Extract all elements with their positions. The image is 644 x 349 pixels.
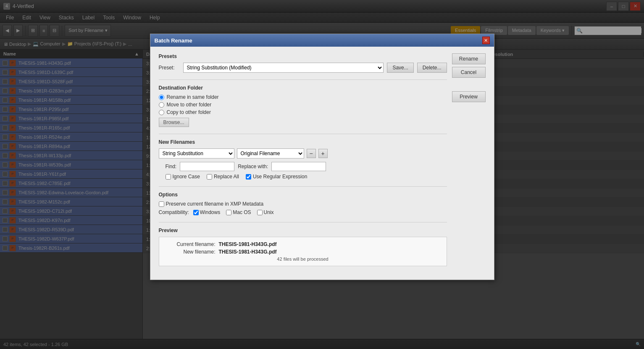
options-section: Options Preserve current filename in XMP…	[159, 192, 447, 215]
radio-copy-folder[interactable]: Copy to other folder	[159, 109, 447, 115]
compat-row: Compatibility: Windows Mac OS	[159, 209, 447, 215]
divider-4	[159, 222, 447, 222]
process-count: 42 files will be processed	[165, 256, 441, 262]
destination-radio-group: Rename in same folder Move to other fold…	[159, 94, 447, 115]
new-filename-label: New filename:	[165, 249, 216, 255]
dialog-overlay: Batch Rename ✕ Presets Preset: String Su…	[0, 0, 644, 349]
preset-row: Preset: String Substitution (Modified) S…	[159, 63, 447, 73]
dialog-title: Batch Rename	[155, 37, 192, 44]
compat-label: Compatibility:	[159, 209, 189, 215]
filename-type-row: String Substitution Sequence Number Date…	[159, 148, 447, 159]
filename-source-select[interactable]: Original Filename Current Filename	[237, 148, 304, 159]
use-regex-checkbox[interactable]: Use Regular Expression	[246, 174, 307, 180]
add-rule-button[interactable]: +	[318, 149, 328, 158]
radio-same-folder[interactable]: Rename in same folder	[159, 94, 447, 100]
browse-button[interactable]: Browse...	[159, 118, 189, 127]
divider-1	[159, 79, 447, 80]
new-filename-value: THESIS-1981-H343G.pdf	[219, 249, 277, 255]
radio-move-folder[interactable]: Move to other folder	[159, 102, 447, 108]
checkbox-row: Ignore Case Replace All Use Regular Expr…	[159, 174, 447, 180]
save-preset-button[interactable]: Save...	[387, 63, 413, 73]
delete-preset-button[interactable]: Delete...	[417, 63, 447, 73]
ignore-case-checkbox[interactable]: Ignore Case	[166, 174, 200, 180]
destination-folder-title: Destination Folder	[159, 85, 447, 91]
current-filename-label: Current filename:	[165, 241, 216, 247]
presets-title: Presets	[159, 53, 447, 59]
options-title: Options	[159, 192, 447, 198]
presets-section: Presets Preset: String Substitution (Mod…	[159, 53, 447, 73]
preset-select[interactable]: String Substitution (Modified)	[183, 63, 384, 73]
new-filenames-section: New Filenames String Substitution Sequen…	[159, 139, 447, 180]
current-filename-value: THESIS-1981-H343G.pdf	[219, 241, 277, 247]
rename-button[interactable]: Rename	[452, 53, 486, 64]
dialog-close-button[interactable]: ✕	[482, 37, 490, 44]
new-filenames-title: New Filenames	[159, 139, 447, 145]
preview-title: Preview	[159, 227, 447, 233]
batch-rename-dialog: Batch Rename ✕ Presets Preset: String Su…	[150, 34, 494, 280]
dialog-body: Presets Preset: String Substitution (Mod…	[150, 47, 494, 280]
preserve-checkbox[interactable]: Preserve current filename in XMP Metadat…	[159, 201, 264, 207]
new-filename-row: New filename: THESIS-1981-H343G.pdf	[165, 249, 441, 255]
preview-button[interactable]: Preview	[452, 91, 486, 102]
replace-label: Replace with:	[238, 164, 268, 169]
divider-2	[159, 134, 447, 134]
divider-3	[159, 186, 447, 187]
compat-macos[interactable]: Mac OS	[226, 209, 251, 215]
compat-windows[interactable]: Windows	[193, 209, 221, 215]
preserve-checkbox-row: Preserve current filename in XMP Metadat…	[159, 201, 447, 207]
find-input[interactable]	[180, 162, 234, 171]
dialog-title-bar: Batch Rename ✕	[150, 34, 494, 47]
find-replace-row: Find: Replace with:	[159, 162, 447, 171]
preset-label: Preset:	[159, 65, 180, 71]
preview-box: Current filename: THESIS-1981-H343G.pdf …	[159, 237, 447, 266]
current-filename-row: Current filename: THESIS-1981-H343G.pdf	[165, 241, 441, 247]
destination-folder-section: Destination Folder Rename in same folder…	[159, 85, 447, 127]
replace-input[interactable]	[271, 162, 326, 171]
action-buttons: Rename Cancel Preview	[452, 53, 486, 273]
preserve-label: Preserve current filename in XMP Metadat…	[166, 201, 264, 207]
compat-unix[interactable]: Unix	[257, 209, 274, 215]
replace-all-checkbox[interactable]: Replace All	[207, 174, 239, 180]
filename-type-select[interactable]: String Substitution Sequence Number Date…	[159, 148, 234, 159]
find-label: Find:	[166, 164, 177, 169]
cancel-button[interactable]: Cancel	[452, 67, 486, 78]
preview-section: Preview Current filename: THESIS-1981-H3…	[159, 227, 447, 266]
remove-rule-button[interactable]: −	[307, 149, 316, 158]
